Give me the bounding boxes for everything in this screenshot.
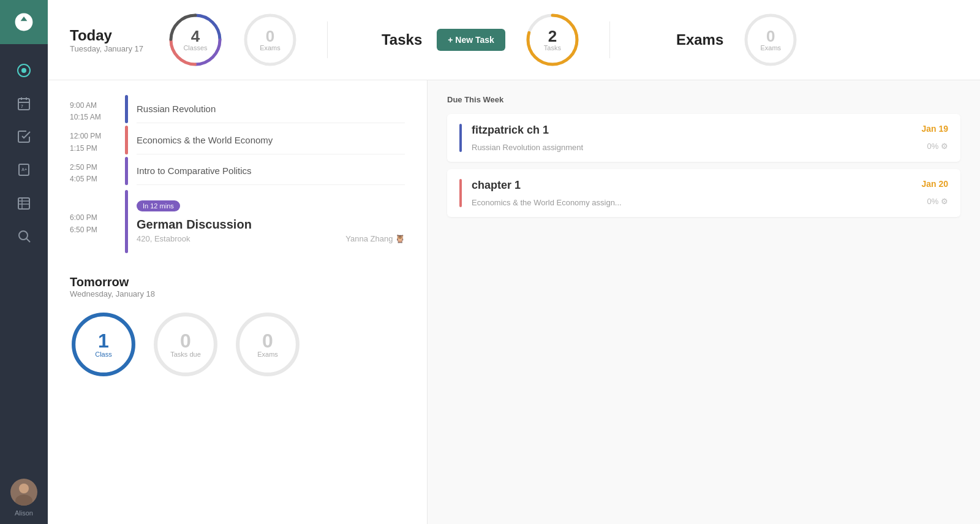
task-top: fitzpatrick ch 1 Jan 19 xyxy=(472,124,948,137)
tasks-count: 2 xyxy=(548,28,557,44)
tasks-icon xyxy=(17,129,31,144)
task-due-date: Jan 20 xyxy=(921,179,948,189)
sidebar-item-tasks[interactable] xyxy=(9,121,39,152)
new-task-button[interactable]: + New Task xyxy=(437,29,505,51)
class-detail: 420, Estabrook Yanna Zhang 🦉 xyxy=(137,234,405,243)
svg-point-16 xyxy=(15,495,32,506)
class-content: Economics & the World Economy xyxy=(137,126,405,154)
class-end: 1:15 PM xyxy=(70,143,125,154)
task-description: Russian Revolution assignment xyxy=(472,143,583,152)
tomorrow-tasks-inner: 0 Tasks due xyxy=(152,311,219,378)
header-divider-2 xyxy=(609,21,610,58)
svg-point-1 xyxy=(21,68,26,73)
svg-rect-9 xyxy=(18,198,29,209)
task-accent-bar xyxy=(459,124,462,152)
avatar-image xyxy=(10,479,37,506)
class-content-german: In 12 mins German Discussion 420, Estabr… xyxy=(137,190,405,253)
svg-rect-2 xyxy=(18,99,29,110)
avatar[interactable] xyxy=(10,479,37,506)
class-time: 2:50 PM 4:05 PM xyxy=(70,157,125,185)
task-card[interactable]: chapter 1 Jan 20 Economics & the World E… xyxy=(447,169,960,217)
class-name: Russian Revolution xyxy=(137,104,405,114)
class-name: Economics & the World Economy xyxy=(137,135,405,145)
exams-today-label: Exams xyxy=(260,44,281,51)
tomorrow-class-stat: 1 Class xyxy=(70,311,137,378)
class-start: 12:00 PM xyxy=(70,131,125,142)
exams-count: 0 xyxy=(766,28,775,44)
due-this-week-label: Due This Week xyxy=(447,95,960,104)
tomorrow-class-inner: 1 Class xyxy=(70,311,137,378)
sidebar-item-search[interactable] xyxy=(9,221,39,251)
sidebar-item-planner[interactable] xyxy=(9,188,39,218)
tasks-stat: 2 Tasks xyxy=(525,12,580,67)
task-accent-bar xyxy=(459,179,462,207)
body: 9:00 AM 10:15 AM Russian Revolution 12:0… xyxy=(48,80,980,524)
exams-header-section: Exams xyxy=(676,31,723,48)
class-end: 4:05 PM xyxy=(70,173,125,185)
exams-count-inner: 0 Exams xyxy=(743,12,798,67)
sidebar-navigation: 7 A+ xyxy=(9,50,39,479)
sidebar-item-grades[interactable]: A+ xyxy=(9,154,39,185)
svg-text:A+: A+ xyxy=(21,167,27,172)
tomorrow-exams-stat: 0 Exams xyxy=(234,311,301,378)
class-location: 420, Estabrook xyxy=(137,234,190,243)
today-date: Tuesday, January 17 xyxy=(70,44,143,53)
class-start: 6:00 PM xyxy=(70,212,125,224)
class-item[interactable]: 6:00 PM 6:50 PM In 12 mins German Discus… xyxy=(70,190,405,253)
tomorrow-exams-inner: 0 Exams xyxy=(234,311,301,378)
tomorrow-stats: 1 Class 0 Tasks due xyxy=(70,311,405,378)
app-logo[interactable] xyxy=(0,0,48,44)
today-section: Today Tuesday, January 17 xyxy=(70,27,143,53)
tomorrow-class-count: 1 xyxy=(98,331,109,351)
exams-today-count: 0 xyxy=(266,28,274,44)
today-schedule: 9:00 AM 10:15 AM Russian Revolution 12:0… xyxy=(70,95,405,256)
class-start: 9:00 AM xyxy=(70,100,125,112)
task-card[interactable]: fitzpatrick ch 1 Jan 19 Russian Revoluti… xyxy=(447,114,960,162)
schedule-panel: 9:00 AM 10:15 AM Russian Revolution 12:0… xyxy=(48,80,428,524)
class-color-bar xyxy=(125,157,128,185)
exams-label: Exams xyxy=(760,44,781,51)
tomorrow-class-circle: 1 Class xyxy=(70,311,137,378)
tasks-label: Tasks xyxy=(544,44,561,51)
class-time: 6:00 PM 6:50 PM xyxy=(70,190,125,253)
class-badge: In 12 mins xyxy=(137,200,180,211)
exams-section-title: Exams xyxy=(676,31,723,48)
task-progress: 0% ⚙ xyxy=(927,197,948,206)
task-top: chapter 1 Jan 20 xyxy=(472,179,948,192)
search-icon xyxy=(17,229,31,243)
dashboard-icon xyxy=(17,63,31,78)
class-item[interactable]: 12:00 PM 1:15 PM Economics & the World E… xyxy=(70,126,405,154)
classes-stat: 4 Classes xyxy=(168,12,223,67)
tomorrow-title: Tomorrow xyxy=(70,275,405,289)
class-item[interactable]: 2:50 PM 4:05 PM Intro to Comparative Pol… xyxy=(70,157,405,185)
planner-icon xyxy=(17,196,31,210)
sidebar-item-dashboard[interactable] xyxy=(9,55,39,86)
classes-label: Classes xyxy=(183,44,207,51)
svg-text:7: 7 xyxy=(21,104,23,108)
sidebar: 7 A+ Alison xyxy=(0,0,48,524)
tasks-header-section: Tasks + New Task xyxy=(382,29,505,51)
logo-icon xyxy=(13,11,35,33)
class-content: Russian Revolution xyxy=(137,95,405,123)
tomorrow-schedule: Tomorrow Wednesday, January 18 1 Class xyxy=(70,275,405,378)
class-name-german: German Discussion xyxy=(137,218,405,232)
task-body: chapter 1 Jan 20 Economics & the World E… xyxy=(472,179,948,207)
header: Today Tuesday, January 17 4 Classes xyxy=(48,0,980,80)
exams-today-stat: 0 Exams xyxy=(243,12,298,67)
class-content: Intro to Comparative Politics xyxy=(137,157,405,185)
main-content: Today Tuesday, January 17 4 Classes xyxy=(48,0,980,524)
sidebar-item-calendar[interactable]: 7 xyxy=(9,88,39,119)
task-due-date: Jan 19 xyxy=(921,124,948,134)
user-name: Alison xyxy=(15,509,33,517)
svg-point-13 xyxy=(19,231,28,240)
exams-stat: 0 Exams xyxy=(743,12,798,67)
class-list: 9:00 AM 10:15 AM Russian Revolution 12:0… xyxy=(70,95,405,256)
class-item[interactable]: 9:00 AM 10:15 AM Russian Revolution xyxy=(70,95,405,123)
tomorrow-exams-circle: 0 Exams xyxy=(234,311,301,378)
class-instructor: Yanna Zhang 🦉 xyxy=(345,234,405,243)
tasks-count-inner: 2 Tasks xyxy=(525,12,580,67)
class-time: 9:00 AM 10:15 AM xyxy=(70,95,125,123)
tomorrow-tasks-stat: 0 Tasks due xyxy=(152,311,219,378)
tomorrow-tasks-count: 0 xyxy=(180,331,191,351)
classes-count-inner: 4 Classes xyxy=(168,12,223,67)
